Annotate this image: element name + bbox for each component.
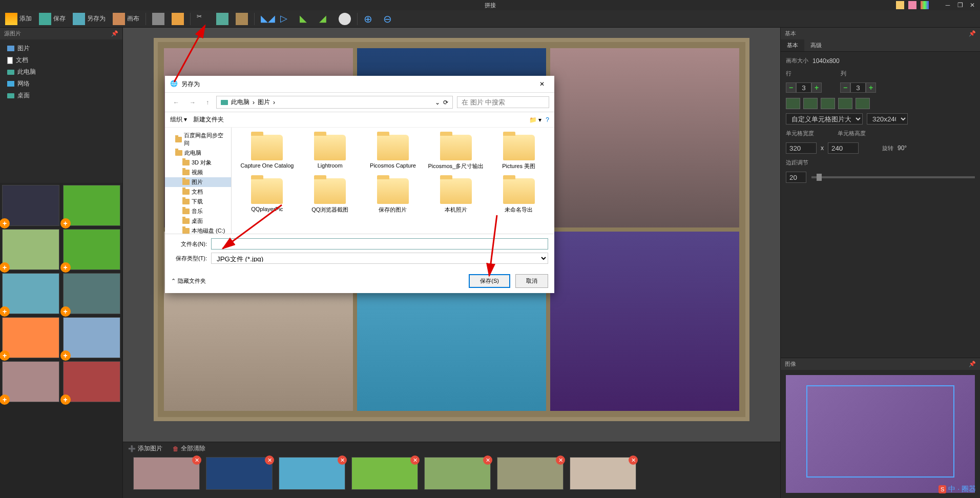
add-badge-icon[interactable]: + — [60, 306, 71, 317]
organize-menu[interactable]: 组织 ▾ — [170, 115, 187, 124]
add-badge-icon[interactable]: + — [0, 262, 10, 273]
add-badge-icon[interactable]: + — [0, 395, 10, 405]
nav-forward-button[interactable]: → — [186, 98, 199, 107]
dialog-tree-item[interactable]: 百度网盘同步空间 — [165, 131, 231, 148]
help-icon[interactable]: ? — [546, 116, 549, 123]
filename-input[interactable] — [211, 238, 548, 250]
add-badge-icon[interactable]: + — [0, 350, 10, 361]
strip-thumbnail[interactable]: ✕ — [206, 457, 273, 490]
cols-input[interactable] — [850, 82, 866, 93]
toolbar-saveas[interactable]: 另存为 — [70, 12, 109, 26]
add-badge-icon[interactable]: + — [0, 306, 10, 317]
toolbar-flip-h[interactable]: ◣◢ — [258, 12, 276, 26]
hide-folders-toggle[interactable]: ⌃ 隐藏文件夹 — [171, 277, 206, 285]
pin-icon[interactable]: 📌 — [969, 361, 976, 367]
add-badge-icon[interactable]: + — [60, 350, 71, 361]
remove-icon[interactable]: ✕ — [410, 455, 420, 465]
dialog-folder-tree[interactable]: 百度网盘同步空间此电脑3D 对象视频图片文档下载音乐桌面本地磁盘 (C:)软件 … — [165, 128, 232, 234]
tree-item[interactable]: 网络 — [0, 78, 122, 90]
cell-width-input[interactable] — [786, 142, 817, 154]
rows-input[interactable] — [796, 82, 811, 93]
canvas-cell[interactable] — [550, 48, 739, 227]
margin-slider[interactable] — [811, 176, 975, 178]
tab-advanced[interactable]: 高级 — [804, 39, 828, 51]
layout-preset[interactable] — [821, 98, 835, 109]
tree-item[interactable]: 桌面 — [0, 90, 122, 101]
toolbar-zoom-out[interactable]: ⊖ — [380, 12, 399, 26]
cols-stepper[interactable]: −+ — [840, 82, 876, 93]
nav-back-button[interactable]: ← — [170, 98, 182, 107]
dialog-close-button[interactable]: ✕ — [535, 79, 549, 89]
add-badge-icon[interactable]: + — [60, 218, 71, 229]
minus-icon[interactable]: − — [840, 82, 850, 93]
dialog-file-item[interactable]: QQ浏览器截图 — [300, 176, 361, 216]
thumbnails-panel[interactable]: ++++++++++ — [0, 183, 122, 498]
note-icon[interactable] — [896, 1, 904, 9]
preview-image[interactable] — [786, 375, 975, 493]
thumbnail-item[interactable]: + — [2, 273, 59, 314]
minimize-button[interactable]: ─ — [942, 1, 953, 9]
thumbnail-item[interactable]: + — [63, 317, 120, 358]
dialog-tree-item[interactable]: 文档 — [165, 187, 231, 197]
dialog-file-item[interactable]: Capture One Catalog — [237, 133, 298, 172]
strip-thumbnail[interactable]: ✕ — [351, 457, 418, 490]
toolbar-rotate-r[interactable]: ◢ — [316, 12, 335, 26]
dialog-tree-item[interactable]: 此电脑 — [165, 148, 231, 158]
tree-item[interactable]: 文档 — [0, 54, 122, 66]
thumbnail-item[interactable]: + — [2, 317, 59, 358]
strip-thumbnail[interactable]: ✕ — [570, 457, 636, 490]
pencil-icon[interactable] — [908, 1, 916, 9]
toolbar-print[interactable] — [149, 12, 168, 26]
dialog-tree-item[interactable]: 桌面 — [165, 216, 231, 226]
thumbnail-item[interactable]: + — [63, 273, 120, 314]
toolbar-add[interactable]: 添加 — [2, 12, 35, 26]
remove-icon[interactable]: ✕ — [556, 455, 565, 465]
tab-basic[interactable]: 基本 — [781, 39, 804, 51]
remove-icon[interactable]: ✕ — [192, 455, 201, 465]
tree-item[interactable]: 此电脑 — [0, 66, 122, 78]
remove-icon[interactable]: ✕ — [338, 455, 347, 465]
filetype-select[interactable]: JPG文件 (*.jpg) — [211, 253, 548, 264]
new-folder-button[interactable]: 新建文件夹 — [193, 115, 224, 124]
toolbar-save[interactable]: 保存 — [36, 12, 69, 26]
toolbar-flip-v[interactable]: ▷ — [277, 12, 296, 26]
cell-height-input[interactable] — [828, 142, 859, 154]
layout-preset[interactable] — [786, 98, 800, 109]
thumbnail-item[interactable]: + — [2, 361, 59, 402]
dialog-file-item[interactable]: Picosmos_多尺寸输出 — [425, 133, 486, 172]
toolbar-canvas[interactable]: 画布 — [110, 12, 142, 26]
view-options-button[interactable]: 📁 ▾ — [529, 116, 541, 123]
dialog-tree-item[interactable]: 视频 — [165, 168, 231, 177]
dialog-file-item[interactable]: Picosmos Capture — [363, 133, 424, 172]
dialog-tree-item[interactable]: 3D 对象 — [165, 158, 231, 168]
plus-icon[interactable]: + — [811, 82, 822, 93]
thumbnail-item[interactable]: + — [63, 185, 120, 226]
thumbnail-item[interactable]: + — [2, 185, 59, 226]
strip-clear-button[interactable]: 🗑全部清除 — [173, 444, 205, 453]
add-badge-icon[interactable]: + — [60, 395, 71, 405]
palette-icon[interactable] — [921, 1, 929, 9]
toolbar-crop[interactable] — [233, 12, 251, 26]
thumbnail-item[interactable]: + — [63, 229, 120, 270]
strip-thumbnail[interactable]: ✕ — [133, 457, 200, 490]
toolbar-mail[interactable] — [169, 12, 187, 26]
refresh-icon[interactable]: ⟳ — [443, 99, 448, 106]
layout-preset[interactable] — [838, 98, 852, 109]
thumbnail-item[interactable]: + — [2, 229, 59, 270]
strip-thumbnail[interactable]: ✕ — [497, 457, 564, 490]
remove-icon[interactable]: ✕ — [265, 455, 274, 465]
remove-icon[interactable]: ✕ — [483, 455, 492, 465]
dialog-file-item[interactable]: QQplayerPic — [237, 176, 298, 216]
toolbar-rotate[interactable] — [213, 12, 232, 26]
strip-thumbnail[interactable]: ✕ — [424, 457, 491, 490]
rows-stepper[interactable]: −+ — [786, 82, 822, 93]
dialog-tree-item[interactable]: 音乐 — [165, 206, 231, 216]
layout-preset[interactable] — [803, 98, 818, 109]
remove-icon[interactable]: ✕ — [629, 455, 638, 465]
slider-thumb[interactable] — [817, 174, 822, 181]
pin-icon[interactable]: 📌 — [969, 30, 976, 37]
search-input[interactable] — [457, 96, 549, 108]
dialog-file-item[interactable]: 保存的图片 — [363, 176, 424, 216]
dialog-file-item[interactable]: 本机照片 — [425, 176, 486, 216]
cell-size-mode-select[interactable]: 自定义单元格图片大小 — [786, 113, 863, 125]
